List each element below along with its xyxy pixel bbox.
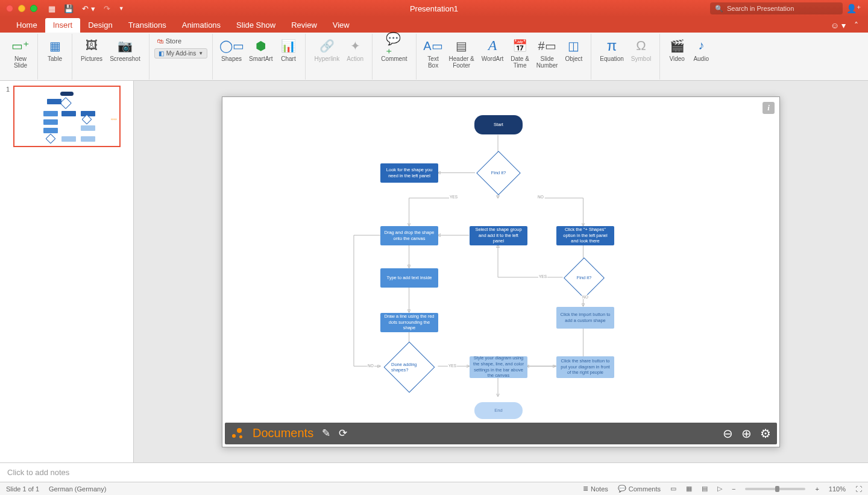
main-area: 1 ▭▭ [0,81,868,462]
feedback-icon[interactable]: ☺ ▾ [831,20,846,30]
redo-icon[interactable]: ↷ [104,4,110,13]
slide[interactable]: i [222,96,780,447]
object-icon: ◫ [565,37,582,54]
tab-design[interactable]: Design [80,18,120,33]
slide-number-icon: #▭ [539,37,556,54]
store-icon: 🛍 [157,37,163,45]
tab-insert[interactable]: Insert [45,18,81,33]
refresh-icon[interactable]: ⟳ [339,427,347,440]
undo-icon[interactable]: ↶ ▾ [82,4,95,13]
chart-icon: 📊 [280,37,297,54]
new-slide-icon: ▭⁺ [12,37,29,54]
search-box[interactable]: 🔍 [710,2,843,14]
flow-drag: Drag and drop the shape onto the canvas [380,226,438,245]
video-button[interactable]: 🎬 Video [665,36,689,63]
hyperlink-icon: 🔗 [318,37,335,54]
zoom-window[interactable] [30,5,37,12]
tab-slideshow[interactable]: Slide Show [228,18,283,33]
new-slide-button[interactable]: ▭⁺ New Slide [8,36,33,70]
my-addins-button[interactable]: ◧ My Add-ins ▼ [154,48,207,58]
flow-done: Done adding shapes? [391,349,427,385]
lucidchart-logo-icon [231,427,244,440]
search-input[interactable] [727,5,838,12]
slide-canvas[interactable]: i [134,81,868,462]
documents-button[interactable]: Documents [253,426,313,440]
header-footer-icon: ▤ [453,37,470,54]
zoom-in-button[interactable]: + [815,485,819,493]
flow-start: Start [474,115,523,134]
minimize-window[interactable] [18,5,25,12]
comments-toggle[interactable]: 💬Comments [618,485,661,493]
slide-counter: Slide 1 of 1 [6,485,39,493]
symbol-icon: Ω [633,37,650,54]
flow-end: End [474,402,523,419]
sorter-view-icon[interactable]: ▦ [686,485,692,493]
info-icon[interactable]: i [763,102,775,114]
video-icon: 🎬 [668,37,685,54]
slideshow-view-icon[interactable]: ▷ [717,485,722,493]
date-time-icon: 📅 [512,37,529,54]
tab-home[interactable]: Home [8,18,45,33]
zoom-in-icon[interactable]: ⊕ [741,426,752,441]
table-button[interactable]: ▦ Table [43,36,67,63]
normal-view-icon[interactable]: ▭ [670,485,676,493]
notes-toggle[interactable]: ≣Notes [583,485,608,493]
object-button[interactable]: ◫ Object [561,36,586,63]
share-icon[interactable]: 👤⁺ [846,4,861,13]
audio-button[interactable]: ♪ Audio [689,36,713,63]
flow-find: Find it? [483,157,514,189]
zoom-out-button[interactable]: − [732,485,735,493]
comment-button[interactable]: 💬⁺ Comment [377,36,410,63]
flow-import: Click the import button to add a custom … [556,307,614,329]
notes-pane[interactable] [0,462,868,482]
tab-review[interactable]: Review [283,18,325,33]
settings-gear-icon[interactable]: ⚙ [760,426,771,441]
pictures-button[interactable]: 🖼 Pictures [77,36,106,63]
zoom-level[interactable]: 110% [829,485,846,493]
shapes-button[interactable]: ◯▭ Shapes [218,36,245,63]
addins-icon: ◧ [159,50,164,57]
tab-animations[interactable]: Animations [174,18,228,33]
tab-view[interactable]: View [325,18,357,33]
lucidchart-addin-frame[interactable]: i [222,96,780,447]
zoom-out-icon[interactable]: ⊖ [723,426,733,441]
close-window[interactable] [6,5,13,12]
fit-window-icon[interactable]: ⛶ [855,485,862,493]
quick-access-toolbar: ▦ 💾 ↶ ▾ ↷ ▼ [48,4,124,13]
smartart-icon: ⬢ [253,37,269,54]
screenshot-button[interactable]: 📷 Screenshot [106,36,144,63]
comments-icon: 💬 [618,485,626,493]
thumbnail-image[interactable]: ▭▭ [13,86,121,147]
zoom-slider[interactable] [745,488,805,490]
notes-input[interactable] [7,468,861,477]
status-bar: Slide 1 of 1 German (Germany) ≣Notes 💬Co… [0,482,868,495]
flow-find2: Find it? [570,263,599,292]
qat-more-icon[interactable]: ▼ [119,5,124,11]
hyperlink-button: 🔗 Hyperlink [310,36,343,63]
wordart-button[interactable]: A WordArt [478,36,508,63]
notes-icon: ≣ [583,485,588,493]
audio-icon: ♪ [693,37,709,54]
reading-view-icon[interactable]: ▤ [702,485,708,493]
collapse-ribbon-icon[interactable]: ˄ [854,20,858,30]
language-indicator[interactable]: German (Germany) [49,485,106,493]
slide-thumbnails-panel[interactable]: 1 ▭▭ [0,81,134,462]
smartart-button[interactable]: ⬢ SmartArt [245,36,276,63]
text-box-button[interactable]: A▭ Text Box [421,36,445,70]
save-icon[interactable]: 💾 [64,4,74,13]
flow-more-shapes: Click the "+ Shapes" option in the left … [556,226,614,245]
autosave-icon[interactable]: ▦ [48,4,55,13]
thumbnail-1[interactable]: 1 ▭▭ [6,86,127,147]
flow-share: Click the share button to put your diagr… [556,356,614,378]
date-time-button[interactable]: 📅 Date & Time [507,36,533,70]
header-footer-button[interactable]: ▤ Header & Footer [445,36,478,70]
tab-transitions[interactable]: Transitions [121,18,174,33]
edit-icon[interactable]: ✎ [322,427,330,440]
chart-button[interactable]: 📊 Chart [276,36,300,63]
equation-button[interactable]: π Equation [596,36,627,63]
slide-number-button[interactable]: #▭ Slide Number [533,36,562,70]
store-button[interactable]: 🛍 Store [154,36,207,46]
table-icon: ▦ [46,37,63,54]
symbol-button: Ω Symbol [627,36,655,63]
shapes-icon: ◯▭ [223,37,240,54]
